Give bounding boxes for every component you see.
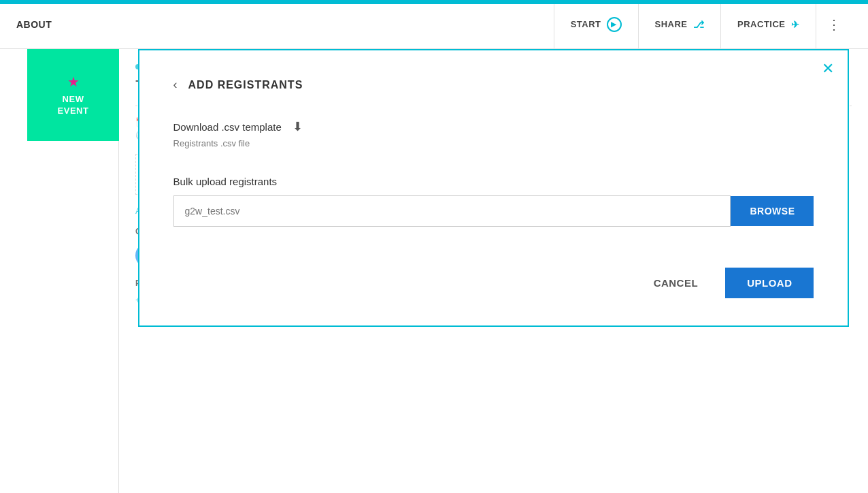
upload-button[interactable]: UPLOAD bbox=[725, 268, 814, 298]
share-button[interactable]: SHARE ⎇ bbox=[638, 0, 721, 49]
share-icon: ⎇ bbox=[693, 19, 705, 30]
top-nav: ABOUT START ▶ SHARE ⎇ PRACTICE ✈ ⋮ bbox=[0, 0, 868, 49]
practice-button[interactable]: PRACTICE ✈ bbox=[720, 0, 816, 49]
download-icon[interactable]: ⬇ bbox=[293, 119, 303, 134]
main-content: ★ NEWEVENT WEBCAST Test Webinar 📅 WED, F… bbox=[0, 49, 868, 493]
start-label: START bbox=[571, 19, 601, 29]
upload-row: BROWSE bbox=[173, 195, 814, 227]
modal-close-button[interactable]: ✕ bbox=[822, 61, 834, 76]
modal-footer: CANCEL UPLOAD bbox=[173, 268, 814, 298]
sidebar: ★ NEWEVENT bbox=[0, 49, 119, 493]
download-label: Download .csv template bbox=[173, 121, 282, 133]
modal-header: ‹ ADD REGISTRANTS bbox=[173, 78, 814, 92]
cancel-button[interactable]: CANCEL bbox=[637, 268, 715, 298]
rocket-icon: ✈ bbox=[791, 19, 800, 30]
about-label: ABOUT bbox=[16, 19, 554, 30]
file-input[interactable] bbox=[173, 195, 731, 227]
play-icon: ▶ bbox=[607, 17, 622, 32]
start-button[interactable]: START ▶ bbox=[554, 0, 638, 49]
right-panel: WEBCAST Test Webinar 📅 WED, FEB 9, 2022 … bbox=[119, 49, 868, 493]
star-icon: ★ bbox=[67, 74, 80, 90]
top-nav-actions: START ▶ SHARE ⎇ PRACTICE ✈ ⋮ bbox=[554, 0, 852, 49]
modal-overlay: ✕ ‹ ADD REGISTRANTS Download .csv templa… bbox=[119, 49, 868, 493]
page-border bbox=[0, 0, 868, 4]
more-icon: ⋮ bbox=[827, 17, 841, 32]
share-label: SHARE bbox=[655, 19, 688, 29]
download-row: Download .csv template ⬇ bbox=[173, 119, 814, 134]
modal-dialog: ✕ ‹ ADD REGISTRANTS Download .csv templa… bbox=[138, 49, 850, 327]
upload-label: Bulk upload registrants bbox=[173, 176, 814, 187]
modal-title: ADD REGISTRANTS bbox=[188, 79, 303, 91]
practice-label: PRACTICE bbox=[737, 19, 785, 29]
back-button[interactable]: ‹ bbox=[173, 78, 178, 92]
download-sublabel: Registrants .csv file bbox=[173, 138, 814, 148]
new-event-tile[interactable]: ★ NEWEVENT bbox=[27, 49, 119, 141]
download-section: Download .csv template ⬇ Registrants .cs… bbox=[173, 119, 814, 148]
more-button[interactable]: ⋮ bbox=[816, 0, 852, 49]
new-event-label: NEWEVENT bbox=[58, 94, 89, 117]
upload-section: Bulk upload registrants BROWSE bbox=[173, 176, 814, 227]
browse-button[interactable]: BROWSE bbox=[731, 196, 814, 226]
